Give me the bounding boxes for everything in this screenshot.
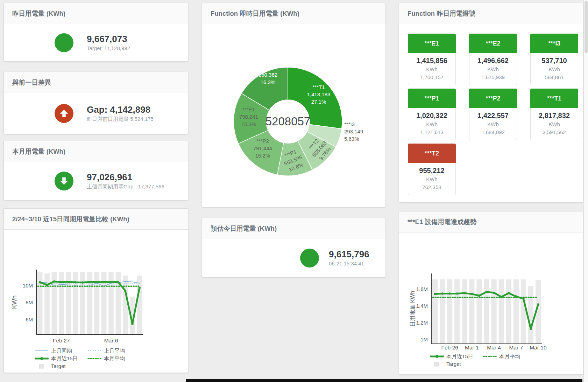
arrow-up-icon (55, 104, 73, 123)
prev-day-gap-value: Gap: 4,142,898 (87, 104, 154, 115)
panel-title-realtime-donut: Function 即時日用電量 (KWh) (211, 9, 299, 18)
tile-body: 1,496,662KWh1,675,939 (469, 53, 517, 85)
tile-unit-label: KWh (408, 120, 455, 128)
legend-row: 上月同期上月平均 (35, 347, 188, 354)
target-bar (462, 279, 467, 344)
legend-item-上月同期[interactable]: 上月同期 (35, 347, 83, 354)
scrollbar-thumb[interactable] (585, 1, 588, 53)
y-tick-label: 1M (420, 336, 428, 342)
series-point (441, 292, 443, 294)
vertical-scrollbar[interactable] (583, 0, 588, 382)
light-tile-E2: ***E21,496,662KWh1,675,939 (469, 34, 517, 85)
tile-unit-label: KWh (469, 65, 517, 73)
series-point (530, 328, 532, 330)
panel-title-forecast: 預估今日用電量 (KWh) (211, 224, 277, 233)
target-bar (476, 279, 482, 344)
y-tick-label: 6M (26, 317, 33, 322)
series-point (478, 294, 480, 297)
series-point (434, 293, 436, 295)
legend-label: 本月平均 (104, 355, 125, 362)
tile-status-header: ***P1 (408, 89, 456, 108)
tile-target-value: 584,861 (531, 73, 578, 81)
legend-label: Target (446, 361, 461, 368)
legend-item-本月平均[interactable]: 本月平均 (87, 355, 135, 362)
green-status-circle-icon (55, 33, 73, 52)
panel-15day-compare-chart: 2/24~3/10 近15日同期用電量比較 (KWh) 6M8M10MFeb 2… (3, 208, 188, 373)
legend-item-上月平均[interactable]: 上月平均 (87, 347, 135, 354)
legend-item-Target[interactable]: Target (430, 361, 478, 368)
tile-target-value: 1,121,613 (408, 128, 455, 136)
tile-usage-value: 1,422,557 (469, 111, 517, 120)
tile-status-header: ***I3 (530, 34, 578, 53)
series-point (537, 303, 539, 305)
legend-swatch-square-gray-icon (35, 364, 49, 369)
trend-chart-legend: 本月近15日本月平均Target (399, 353, 583, 368)
tile-body: 2,817,832KWh3,591,562 (530, 108, 578, 140)
target-bar (123, 276, 128, 334)
tile-unit-label: KWh (531, 65, 578, 73)
forecast-stat: 9,615,796 06-21 15:34:41 (202, 239, 385, 277)
realtime-usage-donut-chart: ***T11,413,18327.1%***I3293,1495.63%***T… (202, 24, 386, 208)
panel-title-compare: 2/24~3/10 近15日同期用電量比較 (KWh) (12, 215, 129, 223)
tile-body: 955,212KWh762,358 (408, 163, 456, 195)
tile-body: 537,710KWh584,861 (530, 53, 578, 85)
light-tile-P2: ***P21,422,557KWh1,684,092 (469, 89, 517, 140)
legend-label: 上月平均 (104, 347, 125, 354)
series-point (46, 284, 48, 286)
y-tick-label: 8M (26, 299, 33, 305)
legend-label: Target (51, 363, 66, 370)
x-tick-label: Feb 26 (441, 345, 458, 350)
panel-header: ***E1 設備用電達成趨勢 (399, 211, 583, 232)
series-point (110, 281, 112, 283)
panel-yesterday-lights: Function 昨日用電燈號 ***E11,415,856KWh1,700,1… (399, 3, 583, 202)
series-point (448, 292, 451, 294)
donut-chart-body: ***T11,413,18327.1%***I3293,1495.63%***T… (202, 24, 385, 208)
month-usage-value: 97,026,961 (87, 172, 164, 183)
tile-unit-label: KWh (469, 120, 517, 128)
light-tiles-grid: ***E11,415,856KWh1,700,157***E21,496,662… (408, 34, 583, 195)
series-point (88, 281, 91, 283)
legend-label: 本月近15日 (51, 355, 78, 362)
tile-body: 1,422,557KWh1,684,092 (469, 108, 517, 140)
tile-usage-value: 2,817,832 (531, 111, 578, 120)
legend-item-Target[interactable]: Target (35, 363, 83, 370)
prev-day-gap-stat: Gap: 4,142,898 昨日與前日用電量 5,524,175 (4, 93, 188, 134)
light-tile-T2: ***T2955,212KWh762,358 (408, 144, 456, 195)
y-axis-label: KWh (11, 295, 18, 309)
tile-target-value: 1,675,939 (469, 73, 517, 81)
panel-header: Function 昨日用電燈號 (399, 3, 583, 24)
series-point (96, 281, 98, 283)
tile-target-value: 3,591,562 (531, 128, 578, 136)
compare-chart-body: 6M8M10MFeb 27Mar 6KWh 上月同期上月平均本月近15日本月平均… (4, 230, 188, 370)
panel-title-yesterday: 昨日用電量 (KWh) (12, 9, 65, 18)
light-tile-T1: ***T12,817,832KWh3,591,562 (530, 89, 578, 140)
panel-title-e1-trend: ***E1 設備用電達成趨勢 (408, 217, 476, 226)
forecast-value: 9,615,796 (329, 249, 369, 260)
light-tile-P1: ***P11,020,322KWh1,121,613 (408, 89, 456, 140)
x-tick-label: Mar 10 (530, 345, 547, 350)
series-point (131, 323, 133, 325)
series-point (463, 292, 466, 294)
y-tick-label: 10M (23, 283, 33, 289)
tile-usage-value: 1,415,856 (408, 56, 455, 65)
target-bar (506, 279, 511, 344)
panel-month-usage: 本月用電量 (KWh) 97,026,961 上個月同期用電Gap: -17,3… (3, 141, 188, 200)
light-tile-I3: ***I3537,710KWh584,861 (530, 34, 578, 85)
series-point (500, 296, 502, 298)
tile-usage-value: 1,020,322 (408, 111, 455, 120)
yesterday-usage-target: Target: 11,128,992 (87, 44, 130, 52)
tile-status-header: ***T1 (530, 89, 578, 108)
compare-line-chart: 6M8M10MFeb 27Mar 6KWh (4, 230, 189, 347)
legend-item-本月近15日[interactable]: 本月近15日 (35, 355, 83, 362)
prev-day-gap-sub: 昨日與前日用電量 5,524,175 (87, 115, 154, 123)
panel-header: Function 即時日用電量 (KWh) (202, 3, 385, 24)
tile-target-value: 1,700,157 (408, 73, 455, 81)
legend-swatch-line-green-icon (35, 356, 49, 361)
target-bar (513, 279, 519, 344)
legend-label: 本月平均 (499, 353, 520, 360)
panel-e1-trend-chart: ***E1 設備用電達成趨勢 1M1.2M1.4M1.6MFeb 26Mar 1… (399, 211, 583, 375)
panel-today-forecast: 預估今日用電量 (KWh) 9,615,796 06-21 15:34:41 (202, 218, 386, 277)
legend-item-本月近15日[interactable]: 本月近15日 (430, 353, 478, 360)
legend-item-本月平均[interactable]: 本月平均 (483, 353, 531, 360)
donut-center-total: 5208057 (265, 115, 310, 128)
